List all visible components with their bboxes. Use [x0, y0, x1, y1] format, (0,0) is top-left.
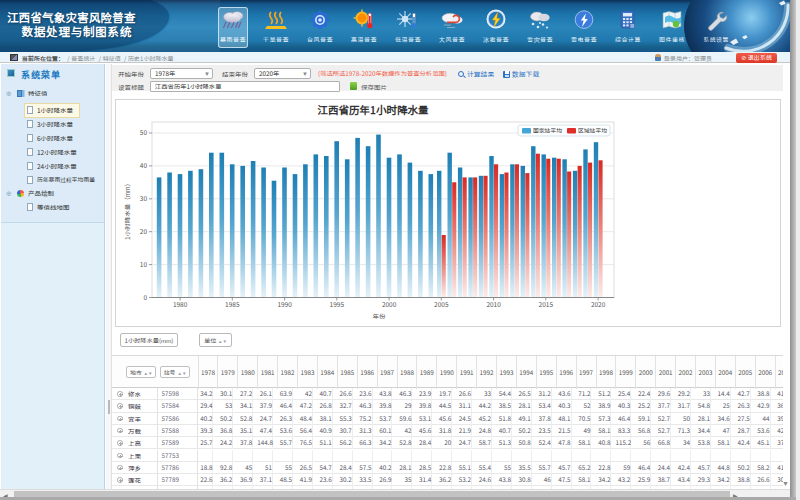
svg-text:10: 10: [140, 259, 148, 269]
svg-text:1995: 1995: [330, 299, 345, 309]
svg-text:30: 30: [140, 193, 148, 203]
svg-text:年份: 年份: [373, 311, 387, 321]
svg-text:2010: 2010: [486, 299, 501, 309]
svg-text:1985: 1985: [225, 299, 240, 309]
svg-text:2000: 2000: [382, 299, 397, 309]
svg-text:区域站平均: 区域站平均: [578, 126, 607, 135]
svg-text:20: 20: [140, 226, 148, 236]
svg-text:2020: 2020: [591, 299, 606, 309]
svg-text:40: 40: [140, 160, 148, 170]
svg-text:0: 0: [143, 292, 147, 302]
svg-text:1990: 1990: [277, 299, 292, 309]
svg-text:2015: 2015: [539, 299, 554, 309]
svg-text:1小时降水量（mm）: 1小时降水量（mm）: [122, 180, 132, 240]
svg-text:1980: 1980: [173, 299, 188, 309]
svg-text:2005: 2005: [434, 299, 449, 309]
svg-text:50: 50: [140, 127, 148, 137]
svg-text:国家站平均: 国家站平均: [533, 126, 562, 135]
svg-text:江西省历年1小时降水量: 江西省历年1小时降水量: [318, 102, 429, 117]
